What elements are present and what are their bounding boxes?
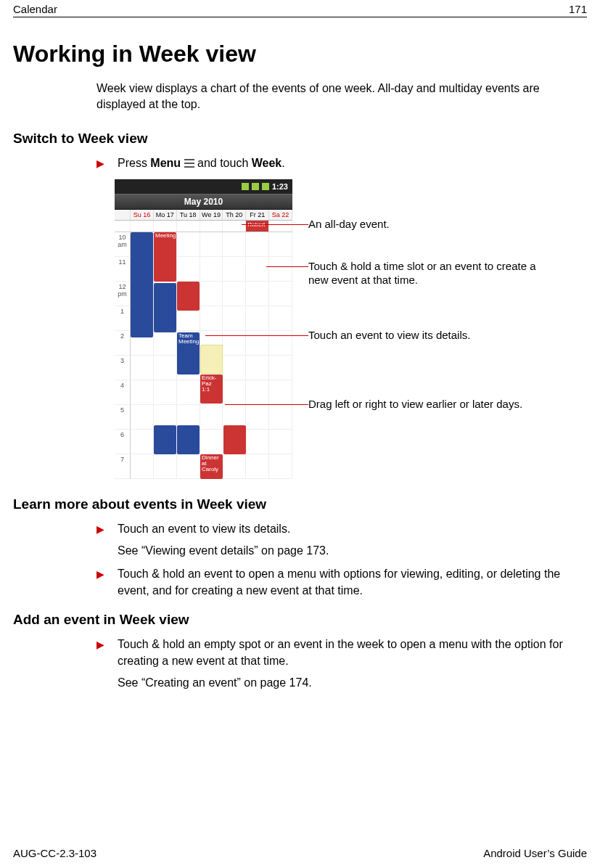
bullet-subtext: See “Creating an event” on page 174. <box>118 675 587 691</box>
status-icon <box>242 183 249 190</box>
day-header: Fr 21 <box>246 210 269 220</box>
callout-line-icon <box>225 404 308 405</box>
status-time: 1:23 <box>272 182 288 191</box>
event-block <box>177 425 200 454</box>
callout-drag: Drag left or right to view earlier or la… <box>308 397 522 412</box>
step-press-menu: ▶ Press Menu and touch Week. <box>96 155 587 171</box>
event-block <box>223 425 246 454</box>
section-add-heading: Add an event in Week view <box>13 612 587 628</box>
event-team: Team Meeting <box>177 332 200 374</box>
allday-event: Robert <box>246 221 269 232</box>
event-block <box>131 232 153 337</box>
day-header: Tu 18 <box>177 210 200 220</box>
bullet-item: ▶ Touch & hold an event to open a menu w… <box>96 566 587 599</box>
callout-line-icon <box>266 266 308 267</box>
event-meeting: Meeting <box>154 232 176 282</box>
callout-timeslot: Touch & hold a time slot or an event to … <box>308 259 541 287</box>
screenshot-with-callouts: 1:23 May 2010 Su 16 Mo 17 Tu 18 We 19 Th… <box>115 179 587 479</box>
step-text: Press Menu and touch Week. <box>118 155 587 171</box>
day-header: We 19 <box>200 210 223 220</box>
bullet-text: Touch & hold an empty spot or an event i… <box>118 638 563 666</box>
bullet-item: ▶ Touch an event to view its details. Se… <box>96 521 587 560</box>
menu-icon <box>184 159 194 168</box>
status-icon <box>262 183 269 190</box>
triangle-bullet-icon: ▶ <box>96 155 104 171</box>
event-block <box>154 425 176 454</box>
callout-allday: An all-day event. <box>308 217 390 232</box>
bullet-item: ▶ Touch & hold an empty spot or an event… <box>96 636 587 691</box>
running-header: Calendar 171 <box>13 0 587 17</box>
footer-guide-name: Android User’s Guide <box>483 847 587 859</box>
day-header: Sa 22 <box>269 210 292 220</box>
running-footer: AUG-CC-2.3-103 Android User’s Guide <box>13 847 587 859</box>
bullet-subtext: See “Viewing event details” on page 173. <box>118 543 587 559</box>
event-block <box>200 345 223 374</box>
section-learn-heading: Learn more about events in Week view <box>13 496 587 512</box>
day-header-row: Su 16 Mo 17 Tu 18 We 19 Th 20 Fr 21 Sa 2… <box>115 210 292 221</box>
day-header: Th 20 <box>223 210 246 220</box>
day-header: Su 16 <box>131 210 154 220</box>
header-left: Calendar <box>13 3 57 15</box>
bullet-text: Touch an event to view its details. <box>118 523 290 535</box>
callout-event-details: Touch an event to view its details. <box>308 328 470 343</box>
bullet-text: Touch & hold an event to open a menu wit… <box>118 566 587 599</box>
callouts-column: An all-day event. Touch & hold a time sl… <box>308 179 587 479</box>
event-block <box>177 282 200 311</box>
intro-paragraph: Week view displays a chart of the events… <box>96 81 587 112</box>
callout-line-icon <box>242 224 308 225</box>
callout-line-icon <box>205 335 308 336</box>
day-header: Mo 17 <box>154 210 177 220</box>
triangle-bullet-icon: ▶ <box>96 521 104 560</box>
footer-doc-id: AUG-CC-2.3-103 <box>13 847 96 859</box>
status-bar: 1:23 <box>115 179 292 194</box>
page-title: Working in Week view <box>13 41 587 67</box>
event-block <box>154 283 176 332</box>
week-grid: 10 am 11 12 pm 1 2 3 4 5 6 7 Meeting Tea… <box>115 232 292 479</box>
section-switch-heading: Switch to Week view <box>13 131 587 147</box>
status-icon <box>252 183 259 190</box>
header-page-number: 171 <box>569 3 587 15</box>
triangle-bullet-icon: ▶ <box>96 636 104 691</box>
event-dinner: Dinner at Caroly <box>200 454 223 479</box>
month-bar: May 2010 <box>115 194 292 210</box>
triangle-bullet-icon: ▶ <box>96 566 104 599</box>
event-erick: Erick-Paz 1:1 <box>200 374 223 404</box>
allday-row: Robert <box>115 221 292 232</box>
